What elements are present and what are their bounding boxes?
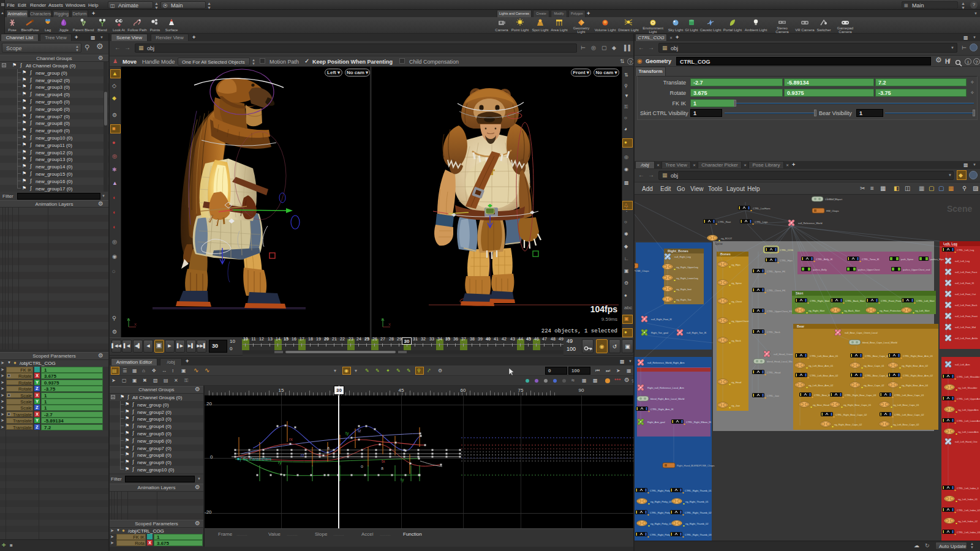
svg-text:rig_Bear_Cape_02: rig_Bear_Cape_02 [864,384,884,387]
svg-text:CTRL_Jaw: CTRL_Jaw [767,394,779,397]
svg-text:null_Right_Leg: null_Right_Leg [674,255,691,258]
svg-text:null_Left_Foot_Back: null_Left_Foot_Back [955,304,977,307]
svg-text:pathcs_UpperChest: pathcs_UpperChest [858,268,880,271]
svg-text:a: a [327,446,330,450]
svg-text:rig_Left_UpperArm: rig_Left_UpperArm [958,408,979,411]
svg-text:CTRL_Right_Bear_Cape_03: CTRL_Right_Bear_Cape_03 [845,394,876,397]
svg-text:null_Head_Orient: null_Head_Orient [774,353,793,356]
svg-text:rig_Bear_Head: rig_Bear_Head [813,403,829,407]
svg-text:rig_Left_Bear_Cape_01: rig_Left_Bear_Cape_01 [893,403,919,407]
svg-text:null_Left_Leg: null_Left_Leg [955,260,970,263]
svg-text:Spine: Spine [715,242,723,246]
svg-text:rig_Neck: rig_Neck [731,339,741,342]
svg-text:pathcs_UpperChest_end: pathcs_UpperChest_end [903,268,930,271]
svg-text:a: a [381,466,383,470]
svg-text:o: o [361,464,363,468]
svg-text:CTRL_Right_Bear_Arm_01: CTRL_Right_Bear_Arm_01 [903,354,933,358]
svg-text:blend_Bear_Cape_Local_World: blend_Bear_Cape_Local_World [862,341,897,344]
svg-text:CTRL_Left_Skirt: CTRL_Left_Skirt [916,299,935,302]
svg-text:ty: ty [401,478,404,482]
svg-text:BPOSE_Chops: BPOSE_Chops [635,269,649,272]
svg-text:Bones: Bones [720,252,731,256]
svg-text:rig_Right_Thumb_01: rig_Right_Thumb_01 [685,500,709,503]
svg-text:CTRL_Left_Leg: CTRL_Left_Leg [957,249,974,252]
svg-text:null_Left_Foot_Face: null_Left_Foot_Face [955,271,978,274]
svg-text:CTRL_Left_UpperArm: CTRL_Left_UpperArm [957,397,980,400]
svg-text:CTRL_Right_Thumb_01: CTRL_Right_Thumb_01 [685,489,712,492]
svg-text:CTRL_Torso_IK: CTRL_Torso_IK [862,258,880,261]
svg-text:rig_Right_Bear_Arm_04: rig_Right_Bear_Arm_04 [902,384,929,387]
svg-text:null_Right_Foot_IK: null_Right_Foot_IK [651,318,672,321]
svg-text:rig_Right_Thumb_02: rig_Right_Thumb_02 [685,522,709,525]
svg-text:CTRL_Right_Bear_Cape_02: CTRL_Right_Bear_Cape_02 [835,413,867,416]
svg-text:rig_Left_Bear_Cape_02: rig_Left_Bear_Cape_02 [893,423,919,426]
svg-text:ry: ry [278,460,282,465]
svg-text:CTRL_Left_LowerArm: CTRL_Left_LowerArm [957,419,980,422]
svg-text:pathcs_Hips: pathcs_Hips [930,258,944,261]
svg-text:null_Right_Toe_IK: null_Right_Toe_IK [687,331,707,334]
svg-text:rz: rz [301,453,304,457]
svg-text:rig_Right_LowerLeg: rig_Right_LowerLeg [676,277,698,280]
svg-text:path_Spine: path_Spine [901,258,914,261]
svg-text:Right_Hand_BLENDPOSE_Chops: Right_Hand_BLENDPOSE_Chops [677,464,715,467]
svg-text:null_Bear_Cape_Orient_Local: null_Bear_Cape_Orient_Local [845,331,878,334]
svg-text:rig_Foot_Protection: rig_Foot_Protection [880,309,901,312]
svg-text:tz: tz [358,429,361,433]
svg-text:blend_Right_Arm_Local_World: blend_Right_Arm_Local_World [650,397,684,400]
svg-text:Right_null_Reference_Local_Arm: Right_null_Reference_Local_Arm [647,386,684,389]
svg-text:CTRL_Left_Index_0: CTRL_Left_Index_0 [957,487,979,490]
svg-text:X: X [134,323,137,326]
svg-text:CTRL_Right_Skirt: CTRL_Right_Skirt [810,299,830,302]
svg-text:Right_Bones: Right_Bones [668,249,688,253]
svg-text:CTRL_UpperChest_FK: CTRL_UpperChest_FK [767,310,793,313]
svg-text:Scene: Scene [947,204,972,214]
svg-text:rig_Left_Bear_Arm_01: rig_Left_Bear_Arm_01 [809,364,834,367]
svg-text:CTRL_Legs: CTRL_Legs [755,220,767,223]
svg-text:Superman: Superman [826,197,837,200]
svg-text:CTRL_Right_Bear_Arm_02: CTRL_Right_Bear_Arm_02 [903,374,933,377]
svg-text:CTRL_LucHans: CTRL_LucHans [753,207,770,210]
svg-text:CTRL_Head: CTRL_Head [767,371,780,374]
svg-text:null_Left_Foot_Out: null_Left_Foot_Out [955,293,976,296]
svg-text:rig_Right_Bear_Cape_02: rig_Right_Bear_Cape_02 [834,423,862,426]
svg-text:Y: Y [381,318,383,321]
svg-text:null_Left_Foot_Mid: null_Left_Foot_Mid [955,326,976,329]
svg-text:CTRL_Spine_FK: CTRL_Spine_FK [767,270,786,273]
svg-text:CTRL_COG: CTRL_COG [780,249,793,252]
svg-text:CTRL_Left_Bear_Cape_01: CTRL_Left_Bear_Cape_01 [894,394,924,397]
svg-text:rig_Head: rig_Head [731,381,741,384]
svg-text:tx: tx [382,459,385,463]
svg-text:rx: rx [289,437,293,441]
svg-text:CTRL_Left_Bear_Arm_01: CTRL_Left_Bear_Arm_01 [810,354,839,358]
svg-text:rig_Jaw: rig_Jaw [731,404,740,407]
svg-text:null_Left_Foot_IK: null_Left_Foot_IK [955,282,974,285]
svg-text:CTRL_Back_Skirt: CTRL_Back_Skirt [845,299,865,302]
svg-text:X: X [388,323,391,326]
svg-text:rig_Right_Pinky_01: rig_Right_Pinky_01 [650,500,672,503]
svg-text:null_Reference_World: null_Reference_World [798,222,823,225]
svg-text:rig_Chest: rig_Chest [731,300,742,303]
svg-text:Skirt: Skirt [796,291,803,295]
svg-text:CTRL_Bear_Cape_01: CTRL_Bear_Cape_01 [865,354,889,358]
svg-text:rig_Left_LowerArm: rig_Left_LowerArm [958,430,979,433]
svg-text:Right_Toe_goal: Right_Toe_goal [651,331,668,334]
svg-text:CTRL_Belly_IK: CTRL_Belly_IK [816,258,833,261]
svg-text:CTRL_Chest_FK: CTRL_Chest_FK [767,289,786,292]
svg-text:pathcs_Belly: pathcs_Belly [813,268,827,271]
svg-text:CTRL_Hips: CTRL_Hips [780,259,793,262]
svg-text:rig_Hips: rig_Hips [731,263,741,266]
svg-text:■ƒ Sc Parameters: ■ƒ Sc Parameters [237,457,272,462]
svg-text:CTRL_Left_Index_02: CTRL_Left_Index_02 [957,509,980,512]
svg-text:Y: Y [127,318,129,321]
svg-text:rig_Left_Shoulder: rig_Left_Shoulder [958,386,978,389]
svg-text:Bear: Bear [797,324,805,328]
svg-text:rig_Right_UpperLeg: rig_Right_UpperLeg [676,266,698,269]
svg-text:rig_Bear_Cape_01: rig_Bear_Cape_01 [864,364,884,367]
svg-text:rig_Right_Pinky_02: rig_Right_Pinky_02 [650,522,672,525]
svg-text:rig_Right_Bear_Arm_02: rig_Right_Bear_Arm_02 [902,364,929,367]
svg-text:CTRL_Left_Index_03: CTRL_Left_Index_03 [957,531,980,534]
svg-text:CTRL_Left_Bear_Arm_02: CTRL_Left_Bear_Arm_02 [810,374,839,377]
svg-text:CTRL_Right_Thumb_02: CTRL_Right_Thumb_02 [685,511,712,514]
svg-text:rig_Left_Index_02: rig_Left_Index_02 [958,520,978,523]
svg-text:CTRL_Bear_Cape_02: CTRL_Bear_Cape_02 [865,374,889,377]
